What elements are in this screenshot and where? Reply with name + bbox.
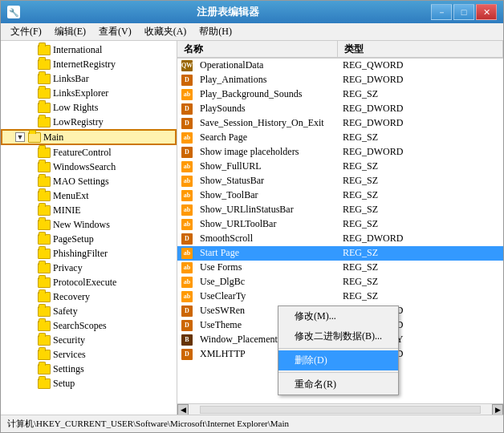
tree-label: WindowsSearch — [53, 161, 116, 173]
table-row[interactable]: D Save_Session_History_On_Exit REG_DWORD — [177, 116, 503, 131]
menu-view[interactable]: 查看(V) — [92, 23, 138, 40]
tree-item-phishingfilter[interactable]: PhishingFilter — [1, 246, 177, 261]
tree-item-protocolexecute[interactable]: ProtocolExecute — [1, 275, 177, 289]
value-name: OperationalData — [197, 59, 339, 71]
tree-item-newwindows[interactable]: New Windows — [1, 217, 177, 232]
menu-edit[interactable]: 编辑(E) — [48, 23, 92, 40]
tree-item-setup[interactable]: Setup — [1, 376, 177, 391]
value-type: REG_SZ — [339, 218, 503, 230]
tree-item-windowssearch[interactable]: WindowsSearch — [1, 160, 177, 174]
table-row[interactable]: ab Show_StatusBar REG_SZ — [177, 174, 503, 188]
table-row[interactable]: D SmoothScroll REG_DWORD — [177, 232, 503, 246]
tree-label: ProtocolExecute — [53, 277, 116, 289]
value-type: REG_SZ — [339, 175, 503, 187]
tree-item-international[interactable]: International — [1, 42, 177, 57]
tree-item-recovery[interactable]: Recovery — [1, 289, 177, 304]
table-row[interactable]: ab Use_DlgBc REG_SZ — [177, 275, 503, 289]
tree-label: PhishingFilter — [53, 248, 108, 260]
tree-item-linksexplorer[interactable]: LinksExplorer — [1, 86, 177, 100]
value-name: Show_URLlinStatusBar — [197, 204, 339, 216]
app-icon: 🔧 — [7, 6, 20, 18]
scroll-track[interactable] — [200, 406, 481, 414]
folder-icon — [38, 350, 51, 360]
horizontal-scrollbar[interactable]: ◀ ▶ — [177, 403, 503, 415]
tree-item-minie[interactable]: MINIE — [1, 203, 177, 217]
value-name: Search Page — [197, 132, 339, 144]
tree-label: MenuExt — [53, 190, 89, 202]
value-name: SmoothScroll — [197, 233, 339, 245]
table-row[interactable]: D PlaySounds REG_DWORD — [177, 102, 503, 116]
tree-item-menuext[interactable]: MenuExt — [1, 188, 177, 203]
scroll-left-btn[interactable]: ◀ — [177, 404, 189, 415]
scroll-right-btn[interactable]: ▶ — [492, 404, 503, 415]
title-bar: 🔧 注册表编辑器 － □ ✕ — [1, 1, 503, 23]
folder-icon — [38, 74, 51, 84]
folder-icon — [38, 176, 51, 187]
reg-type-icon: ab — [181, 161, 193, 172]
tree-item-main[interactable]: ▼ Main — [1, 129, 177, 145]
tree-item-security[interactable]: Security — [1, 333, 177, 347]
folder-icon — [38, 364, 51, 374]
table-row[interactable]: ab Show_URLToolBar REG_SZ — [177, 217, 503, 232]
value-name: Start Page — [197, 247, 339, 259]
menu-help[interactable]: 帮助(H) — [193, 23, 238, 40]
expand-icon[interactable]: ▼ — [15, 132, 25, 142]
table-row[interactable]: QW OperationalData REG_QWORD — [177, 59, 503, 73]
ctx-rename[interactable]: 重命名(R) — [278, 374, 398, 395]
table-row[interactable]: D Play_Animations REG_DWORD — [177, 73, 503, 87]
table-row[interactable]: D Show image placeholders REG_DWORD — [177, 145, 503, 160]
tree-item-internetregistry[interactable]: InternetRegistry — [1, 57, 177, 71]
menu-file[interactable]: 文件(F) — [4, 23, 48, 40]
folder-icon — [38, 45, 51, 55]
tree-item-linksbar[interactable]: LinksBar — [1, 71, 177, 86]
value-type: REG_SZ — [339, 276, 503, 288]
table-row[interactable]: ab UseClearTy REG_SZ — [177, 289, 503, 304]
close-button[interactable]: ✕ — [476, 4, 497, 20]
value-name: Show image placeholders — [197, 146, 339, 158]
tree-item-privacy[interactable]: Privacy — [1, 261, 177, 275]
status-text: 计算机\HKEY_CURRENT_USER\Software\Microsoft… — [7, 418, 289, 430]
tree-item-safety[interactable]: Safety — [1, 304, 177, 318]
tree-item-maosettings[interactable]: MAO Settings — [1, 174, 177, 188]
folder-icon — [28, 132, 41, 143]
registry-tree[interactable]: International InternetRegistry LinksBar — [1, 41, 177, 415]
tree-item-lowrights[interactable]: Low Rights — [1, 100, 177, 115]
reg-type-icon: ab — [181, 176, 193, 187]
folder-icon — [38, 234, 51, 245]
value-name: PlaySounds — [197, 103, 339, 115]
table-row[interactable]: ab Play_Background_Sounds REG_SZ — [177, 87, 503, 102]
tree-label: MAO Settings — [53, 176, 109, 188]
minimize-button[interactable]: － — [431, 4, 452, 20]
value-name: Show_ToolBar — [197, 189, 339, 201]
ctx-modify-binary[interactable]: 修改二进制数据(B)... — [278, 326, 398, 346]
tree-item-searchscopes[interactable]: SearchScopes — [1, 318, 177, 333]
tree-label: LowRegistry — [53, 116, 104, 128]
menu-favorites[interactable]: 收藏夹(A) — [138, 23, 193, 40]
value-name: Show_URLToolBar — [197, 218, 339, 230]
maximize-button[interactable]: □ — [453, 4, 474, 20]
table-row-startpage[interactable]: ab Start Page REG_SZ — [177, 246, 503, 261]
ctx-modify[interactable]: 修改(M)... — [278, 306, 398, 326]
value-type: REG_SZ — [339, 160, 503, 172]
tree-item-lowregistry[interactable]: LowRegistry — [1, 115, 177, 129]
tree-label: InternetRegistry — [53, 59, 116, 71]
tree-item-services[interactable]: Services — [1, 347, 177, 362]
tree-label: Safety — [53, 306, 78, 318]
tree-item-pagesetup[interactable]: PageSetup — [1, 232, 177, 246]
reg-type-icon: D — [181, 75, 193, 86]
tree-label: Low Rights — [53, 102, 98, 114]
value-type: REG_DWORD — [339, 233, 503, 245]
table-row[interactable]: ab Use Forms REG_SZ — [177, 261, 503, 275]
tree-label: MINIE — [53, 204, 81, 216]
value-name: Save_Session_History_On_Exit — [197, 117, 339, 129]
table-row[interactable]: ab Show_ToolBar REG_SZ — [177, 188, 503, 203]
value-name: Show_StatusBar — [197, 175, 339, 187]
table-row[interactable]: ab Search Page REG_SZ — [177, 131, 503, 145]
tree-item-featurecontrol[interactable]: FeatureControl — [1, 145, 177, 160]
folder-icon — [38, 263, 51, 273]
ctx-delete[interactable]: 删除(D) — [278, 350, 398, 370]
tree-label: Recovery — [53, 291, 90, 303]
tree-item-settings[interactable]: Settings — [1, 362, 177, 376]
table-row[interactable]: ab Show_FullURL REG_SZ — [177, 160, 503, 174]
table-row[interactable]: ab Show_URLlinStatusBar REG_SZ — [177, 203, 503, 217]
